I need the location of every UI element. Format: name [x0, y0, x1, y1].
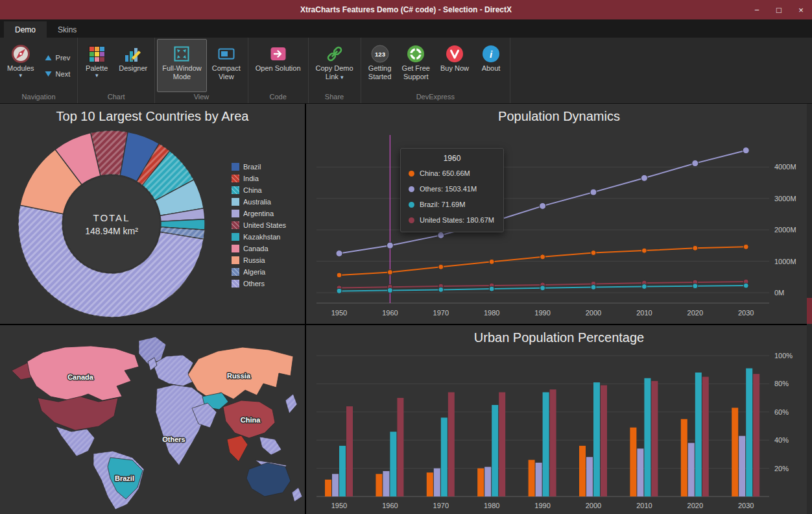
bar-1950-brazil[interactable] — [339, 446, 346, 496]
marker-china[interactable] — [693, 245, 698, 251]
marker-brazil[interactable] — [540, 286, 545, 291]
map-region-japan[interactable] — [285, 394, 297, 413]
legend-item-kazakhstan[interactable]: Kazakhstan — [232, 231, 286, 243]
marker-china[interactable] — [641, 248, 647, 253]
marker-others[interactable] — [743, 147, 749, 154]
bar-2030-others[interactable] — [739, 436, 745, 496]
map-region-nz[interactable] — [292, 487, 302, 502]
marker-china[interactable] — [387, 270, 392, 275]
legend-item-algeria[interactable]: Algeria — [232, 266, 286, 278]
marker-china[interactable] — [743, 244, 748, 249]
legend-item-others[interactable]: Others — [232, 278, 286, 289]
bar-1950-united-states[interactable] — [346, 406, 353, 496]
bar-1960-united-states[interactable] — [397, 398, 403, 496]
marker-brazil[interactable] — [337, 288, 342, 293]
bar-1990-others[interactable] — [536, 463, 542, 496]
marker-china[interactable] — [591, 251, 596, 256]
bar-2000-china[interactable] — [579, 446, 586, 496]
bar-2030-united-states[interactable] — [753, 374, 759, 496]
window-close-button[interactable]: × — [790, 0, 812, 19]
map-region-seasia[interactable] — [259, 437, 281, 455]
full-window-mode-button[interactable]: Full-WindowMode — [157, 39, 207, 92]
marker-brazil[interactable] — [387, 288, 392, 293]
map-region-india[interactable] — [227, 435, 248, 461]
bar-1970-united-states[interactable] — [448, 392, 455, 496]
marker-brazil[interactable] — [693, 284, 698, 289]
bar-1990-china[interactable] — [529, 460, 535, 496]
marker-others[interactable] — [540, 202, 546, 209]
marker-china[interactable] — [540, 254, 545, 260]
marker-china[interactable] — [337, 273, 342, 278]
bar-2020-others[interactable] — [688, 443, 695, 497]
palette-button[interactable]: Palette▾ — [80, 39, 113, 92]
bar-2010-others[interactable] — [637, 448, 643, 496]
legend-item-brazil[interactable]: Brazil — [232, 161, 286, 173]
marker-brazil[interactable] — [489, 286, 494, 291]
get-free-support-button[interactable]: Get FreeSupport — [397, 39, 435, 92]
window-maximize-button[interactable]: □ — [768, 0, 790, 19]
vertical-scrollbar[interactable] — [807, 104, 812, 514]
bar-1970-others[interactable] — [434, 469, 440, 496]
marker-others[interactable] — [438, 232, 444, 238]
tab-skins[interactable]: Skins — [47, 21, 88, 38]
map-region-africa[interactable] — [156, 385, 206, 465]
bar-1960-china[interactable] — [376, 474, 382, 496]
bar-2020-china[interactable] — [681, 419, 687, 496]
legend-item-canada[interactable]: Canada — [232, 243, 286, 254]
bar-2000-united-states[interactable] — [601, 386, 607, 496]
bar-1990-united-states[interactable] — [550, 389, 556, 496]
legend-item-argentina[interactable]: Argentina — [232, 208, 286, 219]
prev-button[interactable]: Prev — [45, 54, 71, 62]
designer-button[interactable]: Designer — [113, 39, 152, 92]
tab-demo[interactable]: Demo — [4, 21, 47, 38]
bar-2020-united-states[interactable] — [702, 377, 709, 496]
open-solution-button[interactable]: Open Solution — [250, 39, 306, 92]
bar-2000-others[interactable] — [586, 457, 593, 496]
bar-2010-united-states[interactable] — [651, 381, 658, 496]
bar-2030-brazil[interactable] — [746, 369, 752, 497]
bar-2030-china[interactable] — [732, 408, 738, 496]
marker-others[interactable] — [692, 160, 699, 167]
marker-brazil[interactable] — [641, 284, 647, 289]
bar-1990-brazil[interactable] — [543, 392, 549, 496]
marker-others[interactable] — [387, 242, 393, 249]
bar-1980-china[interactable] — [477, 469, 484, 496]
bar-1970-brazil[interactable] — [441, 418, 448, 497]
about-button[interactable]: iAbout — [474, 39, 508, 92]
map-region-mexico[interactable] — [56, 426, 95, 456]
buy-now-button[interactable]: Buy Now — [435, 39, 474, 92]
copy-demo-link-button[interactable]: Copy DemoLink ▾ — [311, 39, 359, 92]
bar-1980-united-states[interactable] — [499, 392, 505, 496]
marker-china[interactable] — [438, 264, 444, 269]
bar-2010-china[interactable] — [630, 428, 636, 496]
bar-1960-brazil[interactable] — [390, 432, 396, 496]
map-region-australia[interactable] — [246, 463, 291, 496]
next-button[interactable]: Next — [45, 70, 71, 78]
legend-item-china[interactable]: China — [232, 184, 286, 196]
getting-started-button[interactable]: 123GettingStarted — [363, 39, 397, 92]
marker-others[interactable] — [641, 175, 647, 181]
legend-item-australia[interactable]: Australia — [232, 196, 286, 208]
legend-item-russia[interactable]: Russia — [232, 254, 286, 266]
bar-1980-others[interactable] — [484, 467, 491, 496]
marker-brazil[interactable] — [743, 283, 748, 288]
marker-china[interactable] — [489, 259, 494, 264]
bar-1960-others[interactable] — [383, 471, 389, 496]
legend-item-united-states[interactable]: United States — [232, 219, 286, 231]
bar-1950-others[interactable] — [332, 474, 339, 496]
bar-1970-china[interactable] — [427, 472, 433, 496]
bar-1980-brazil[interactable] — [492, 405, 498, 496]
bar-2000-brazil[interactable] — [593, 382, 600, 496]
marker-others[interactable] — [590, 189, 597, 195]
modules-button[interactable]: Modules▾ — [2, 39, 40, 92]
marker-brazil[interactable] — [591, 285, 596, 290]
map-region-usa[interactable] — [38, 397, 118, 430]
legend-item-india[interactable]: India — [232, 173, 286, 184]
scrollbar-thumb[interactable] — [807, 298, 812, 324]
bar-1950-china[interactable] — [325, 480, 331, 496]
window-minimize-button[interactable]: − — [746, 0, 768, 19]
bar-2010-brazil[interactable] — [644, 378, 651, 496]
compact-view-button[interactable]: CompactView — [207, 39, 246, 92]
bar-2020-brazil[interactable] — [695, 373, 702, 496]
marker-brazil[interactable] — [438, 287, 444, 292]
